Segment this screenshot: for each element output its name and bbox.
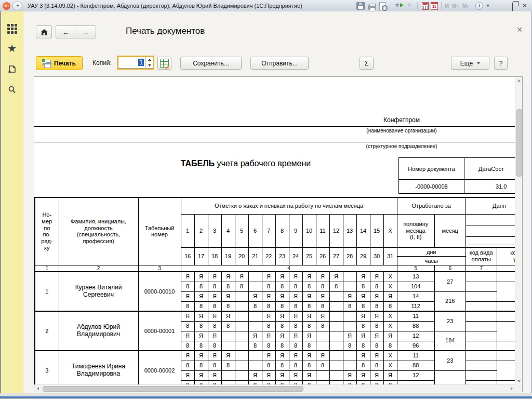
menu-grid-icon[interactable] xyxy=(1,21,23,36)
sum-button[interactable]: Σ xyxy=(360,57,374,70)
chevron-down-icon[interactable] xyxy=(486,5,489,7)
scroll-left-arrow[interactable] xyxy=(34,385,41,392)
vertical-scroll-thumb[interactable] xyxy=(516,109,522,177)
mark-cell xyxy=(221,331,235,341)
scroll-up-arrow[interactable] xyxy=(515,77,523,84)
mark-cell: 8 xyxy=(262,341,275,351)
mark-cell: Я xyxy=(289,311,302,321)
footer-number: 1 xyxy=(35,265,59,272)
system-menu-button[interactable] xyxy=(12,2,22,10)
employee-name: Кураев Виталий Сергеевич xyxy=(59,272,138,311)
mark-cell: Я xyxy=(343,291,356,301)
mark-cell: Я xyxy=(208,291,221,301)
header-day: 29 xyxy=(356,247,370,265)
mark-cell: 8 xyxy=(316,321,329,331)
mark-cell: Я xyxy=(316,272,329,282)
back-button[interactable]: ← xyxy=(56,28,76,36)
favorites-star-icon[interactable]: ★ xyxy=(1,41,23,56)
forward-button[interactable]: → xyxy=(76,28,96,36)
mark-cell: 8 xyxy=(383,380,397,384)
mark-cell: Я xyxy=(181,272,194,282)
help-button[interactable]: ? xyxy=(494,57,508,70)
mark-cell xyxy=(329,331,343,341)
header-day: 19 xyxy=(221,247,235,265)
header-day: 2 xyxy=(194,214,208,247)
print-icon[interactable] xyxy=(368,5,376,10)
scroll-down-arrow[interactable] xyxy=(515,378,523,384)
history-icon[interactable] xyxy=(1,61,23,77)
search-icon[interactable] xyxy=(1,82,23,98)
page-setup-button[interactable] xyxy=(157,57,171,70)
paycode-cell xyxy=(466,282,497,291)
minimize-button[interactable]: – xyxy=(493,2,503,9)
memory-plus-button[interactable]: M+ xyxy=(452,3,459,9)
mark-cell: Я xyxy=(289,331,302,341)
doc-date-value: 31.0 xyxy=(464,180,515,193)
save-as-button[interactable]: Сохранить... xyxy=(180,57,242,70)
header-day: 30 xyxy=(370,247,383,265)
mark-cell: 8 xyxy=(370,341,383,351)
header-day: 6 xyxy=(248,214,262,247)
department-caption: (структурное подразделение) xyxy=(366,143,437,149)
memory-recall-button[interactable]: M xyxy=(445,3,449,9)
mark-cell: 8 xyxy=(208,321,221,331)
scroll-right-arrow[interactable] xyxy=(508,385,515,392)
more-button[interactable]: Еще xyxy=(451,57,489,70)
organization-caption: (наименование организации) xyxy=(366,128,436,134)
nav-history-buttons: ← → xyxy=(56,25,96,38)
header-day: 14 xyxy=(356,214,370,247)
month-days: 23 xyxy=(434,351,466,370)
add-favorite-icon[interactable] xyxy=(394,2,403,10)
horizontal-scroll-thumb[interactable] xyxy=(43,386,303,392)
mark-cell: 8 xyxy=(275,361,289,370)
print-button[interactable]: Печать xyxy=(36,56,83,70)
mark-cell: Х xyxy=(383,272,397,282)
mark-cell: Я xyxy=(302,311,316,321)
header-day: 21 xyxy=(248,247,262,265)
account-cell xyxy=(497,321,515,341)
mark-cell: 8 xyxy=(329,282,343,291)
calculator-icon[interactable] xyxy=(422,2,429,10)
spinner-down-button[interactable] xyxy=(145,63,153,69)
header-day: 9 xyxy=(289,214,302,247)
mark-cell: 8 xyxy=(343,341,356,351)
mark-cell xyxy=(248,351,262,361)
half-days: 12 xyxy=(397,331,434,341)
mark-cell: 8 xyxy=(275,282,289,291)
mark-cell: 8 xyxy=(181,282,194,291)
mark-cell: 8 xyxy=(356,380,370,384)
save-icon[interactable] xyxy=(356,2,365,10)
calendar-icon[interactable]: 31 xyxy=(431,2,438,10)
doc-date-label: ДатаСост xyxy=(464,158,515,180)
paycode-cell xyxy=(466,341,497,351)
mark-cell: Я xyxy=(316,351,329,361)
mark-cell: 8 xyxy=(181,341,194,351)
header-tab-number: Табельный номер xyxy=(138,197,181,265)
half-hours: 88 xyxy=(397,321,434,331)
copies-value[interactable]: 1 xyxy=(118,57,145,69)
restore-button[interactable] xyxy=(506,2,516,9)
spinner-up-button[interactable] xyxy=(145,57,153,63)
memory-minus-button[interactable]: M- xyxy=(462,3,469,9)
mark-cell: 8 xyxy=(302,380,316,384)
employee-number: 1 xyxy=(35,272,59,311)
info-icon[interactable]: i xyxy=(475,2,483,10)
mark-cell: Я xyxy=(356,311,370,321)
copies-spinner[interactable]: 1 xyxy=(117,56,154,70)
favorites-icon[interactable] xyxy=(406,2,414,10)
form-close-button[interactable]: ✕ xyxy=(515,25,524,34)
window-title: УАУ 3 (3.14.09.02) - Конфетпром, Абдулов… xyxy=(28,3,302,9)
close-button[interactable]: ✕ xyxy=(520,2,530,9)
send-button[interactable]: Отправить... xyxy=(250,57,309,70)
mark-cell: 8 xyxy=(316,282,329,291)
vertical-scrollbar[interactable] xyxy=(515,77,522,384)
horizontal-scrollbar[interactable] xyxy=(34,384,515,392)
mark-cell: Я xyxy=(208,272,221,282)
chevron-down-icon xyxy=(16,5,19,7)
month-days: 27 xyxy=(434,272,466,291)
mark-cell: 8 xyxy=(194,380,208,384)
mark-cell: Я xyxy=(370,370,383,380)
mark-cell: 8 xyxy=(302,301,316,311)
home-button[interactable] xyxy=(36,25,52,38)
print-preview-icon[interactable] xyxy=(379,2,386,10)
